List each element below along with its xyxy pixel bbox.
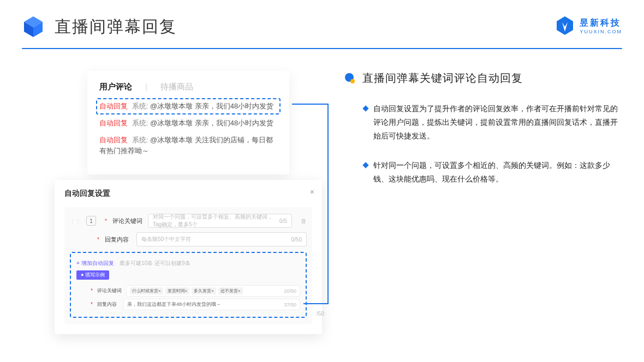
ex-keyword-counter: 20/50 — [284, 288, 296, 294]
ex-content-input[interactable]: 亲，我们这边都是下单48小时内发货的哦～ 37/50 — [123, 299, 300, 310]
ex-keyword-input[interactable]: 什么时候发货× 发货时间× 多久发货× 还不发货× 20/50 — [126, 285, 300, 297]
brand-name: 昱新科技 — [580, 17, 622, 29]
section-title: 直播间弹幕关键词评论自动回复 — [362, 71, 523, 86]
close-icon[interactable]: × — [310, 188, 314, 196]
brand-sub: YUUXIN.COM — [580, 29, 622, 34]
chat-bubble-icon — [344, 73, 356, 85]
required-dot: * — [97, 237, 99, 243]
ex-content-counter: 37/50 — [284, 302, 296, 307]
connector-line — [292, 104, 328, 105]
bullet-text: 针对同一个问题，可设置多个相近的、高频的关键词。例如：这款多少钱、这块能优惠吗、… — [373, 159, 622, 186]
add-auto-reply-link[interactable]: + 增加自动回复 — [76, 260, 114, 266]
comment-row: 自动回复 系统: @冰墩墩本墩 关注我们的店铺，每日都有热门推荐呦～ — [99, 135, 277, 158]
content-label: 回复内容 — [105, 236, 131, 244]
keyword-chip[interactable]: 什么时候发货× — [130, 287, 163, 294]
modal-title: 自动回复设置 — [64, 189, 312, 198]
keyword-counter: 0/5 — [279, 218, 287, 224]
tab-separator: | — [145, 82, 147, 92]
keyword-placeholder: 对同一个问题，可设置多个相近、高频的关键词，Tag确定，最多5个 — [153, 213, 279, 228]
brand-hex-icon — [554, 15, 575, 36]
delete-icon[interactable]: 🗑 — [301, 218, 307, 224]
bullet-item: 针对同一个问题，可设置多个相近的、高频的关键词。例如：这款多少钱、这块能优惠吗、… — [363, 159, 622, 186]
diamond-icon — [363, 105, 369, 111]
auto-reply-tag: 自动回复 — [99, 119, 128, 127]
bullet-item: 自动回复设置为了提升作者的评论回复效率，作者可在开播前针对常见的评论用户问题，提… — [363, 102, 622, 143]
auto-reply-tag: 自动回复 — [99, 136, 128, 144]
connector-line — [327, 104, 329, 304]
comment-text: @冰墩墩本墩 亲亲，我们48小时内发货 — [150, 119, 273, 127]
system-label: 系统: — [132, 102, 148, 110]
keyword-label: 评论关键词 — [112, 217, 142, 225]
svg-point-1 — [350, 79, 355, 83]
ex-content-text: 亲，我们这边都是下单48小时内发货的哦～ — [127, 301, 221, 308]
keyword-chip[interactable]: 还不发货× — [218, 287, 243, 294]
comment-row: 自动回复 系统: @冰墩墩本墩 亲亲，我们48小时内发货 — [99, 101, 277, 112]
system-label: 系统: — [132, 136, 148, 144]
comment-text: @冰墩墩本墩 亲亲，我们48小时内发货 — [150, 102, 273, 110]
system-label: 系统: — [132, 119, 148, 127]
example-badge: ● 填写示例 — [76, 270, 109, 280]
content-input[interactable]: 每条限50个中文字符 0/50 — [136, 232, 307, 246]
page-title: 直播间弹幕回复 — [55, 16, 177, 38]
diamond-icon — [363, 162, 369, 168]
highlight-frame-example: + 增加自动回复 最多可建10条 还可以创建9条 ● 填写示例 * 评论关键词 … — [70, 252, 307, 318]
auto-reply-tag: 自动回复 — [99, 102, 128, 110]
tab-user-comments[interactable]: 用户评论 — [99, 82, 132, 92]
logo-cube-icon — [22, 15, 45, 38]
auto-reply-settings-modal: 自动回复设置 × ⋮⋮ 1 * 评论关键词 对同一个问题，可设置多个相近、高频的… — [55, 180, 322, 334]
drag-handle-icon[interactable]: ⋮⋮ — [70, 218, 81, 224]
keyword-chip[interactable]: 发货时间× — [165, 287, 190, 294]
ex-keyword-label: 评论关键词 — [97, 287, 122, 294]
tab-pending-goods[interactable]: 待播商品 — [160, 82, 193, 92]
item-number: 1 — [86, 216, 96, 226]
ex-content-label: 回复内容 — [97, 301, 119, 308]
required-dot: * — [91, 288, 93, 294]
content-counter: 0/50 — [291, 237, 302, 243]
keyword-chip[interactable]: 多久发货× — [192, 287, 216, 294]
connector-line — [303, 303, 327, 304]
add-limit-note: 最多可建10条 还可以创建9条 — [120, 260, 190, 266]
trailing-counter: /50 — [317, 311, 324, 317]
bullet-text: 自动回复设置为了提升作者的评论回复效率，作者可在开播前针对常见的评论用户问题，提… — [373, 102, 622, 143]
comments-panel: 用户评论 | 待播商品 自动回复 系统: @冰墩墩本墩 亲亲，我们48小时内发货… — [87, 71, 289, 174]
required-dot: * — [91, 301, 93, 307]
content-placeholder: 每条限50个中文字符 — [141, 236, 191, 243]
comment-row: 自动回复 系统: @冰墩墩本墩 亲亲，我们48小时内发货 — [99, 118, 277, 129]
brand-logo: 昱新科技 YUUXIN.COM — [554, 15, 622, 36]
keyword-input[interactable]: 对同一个问题，可设置多个相近、高频的关键词，Tag确定，最多5个 0/5 — [148, 214, 292, 228]
required-dot: * — [105, 218, 107, 224]
